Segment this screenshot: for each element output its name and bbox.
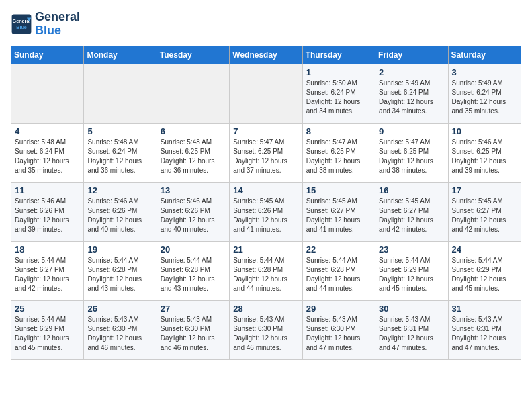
day-number: 8 xyxy=(306,126,371,136)
day-info: Sunrise: 5:43 AM Sunset: 6:31 PM Dayligh… xyxy=(379,315,444,353)
weekday-header-monday: Monday xyxy=(84,46,157,64)
calendar-cell: 17Sunrise: 5:45 AM Sunset: 6:27 PM Dayli… xyxy=(448,182,521,241)
day-info: Sunrise: 5:44 AM Sunset: 6:28 PM Dayligh… xyxy=(233,256,298,293)
day-number: 26 xyxy=(87,304,152,314)
day-number: 7 xyxy=(233,126,298,136)
day-info: Sunrise: 5:48 AM Sunset: 6:24 PM Dayligh… xyxy=(15,138,80,175)
day-number: 16 xyxy=(379,185,444,195)
calendar-cell: 18Sunrise: 5:44 AM Sunset: 6:27 PM Dayli… xyxy=(11,241,84,300)
weekday-header-row: SundayMondayTuesdayWednesdayThursdayFrid… xyxy=(11,46,521,64)
weekday-header-saturday: Saturday xyxy=(448,46,521,64)
day-number: 31 xyxy=(452,304,517,314)
day-info: Sunrise: 5:43 AM Sunset: 6:30 PM Dayligh… xyxy=(306,315,371,353)
day-number: 3 xyxy=(452,67,517,77)
calendar-cell: 6Sunrise: 5:48 AM Sunset: 6:25 PM Daylig… xyxy=(157,123,229,182)
day-info: Sunrise: 5:49 AM Sunset: 6:24 PM Dayligh… xyxy=(452,79,517,116)
day-info: Sunrise: 5:43 AM Sunset: 6:31 PM Dayligh… xyxy=(452,315,517,353)
day-number: 18 xyxy=(15,244,80,255)
day-info: Sunrise: 5:48 AM Sunset: 6:24 PM Dayligh… xyxy=(87,138,152,175)
calendar-cell: 23Sunrise: 5:44 AM Sunset: 6:29 PM Dayli… xyxy=(375,241,448,300)
day-info: Sunrise: 5:43 AM Sunset: 6:30 PM Dayligh… xyxy=(161,315,226,353)
calendar-cell: 27Sunrise: 5:43 AM Sunset: 6:30 PM Dayli… xyxy=(157,300,229,359)
day-number: 23 xyxy=(379,244,444,255)
day-number: 27 xyxy=(161,304,226,314)
day-number: 21 xyxy=(233,244,298,255)
day-number: 2 xyxy=(379,67,444,77)
logo-text-blue: Blue xyxy=(35,24,80,38)
calendar-cell: 29Sunrise: 5:43 AM Sunset: 6:30 PM Dayli… xyxy=(302,300,375,359)
day-number: 30 xyxy=(379,304,444,314)
svg-text:Blue: Blue xyxy=(16,24,27,30)
day-number: 15 xyxy=(306,185,371,195)
calendar-week-row: 4Sunrise: 5:48 AM Sunset: 6:24 PM Daylig… xyxy=(11,123,521,182)
day-info: Sunrise: 5:46 AM Sunset: 6:25 PM Dayligh… xyxy=(452,138,517,175)
day-number: 28 xyxy=(233,304,298,314)
day-number: 10 xyxy=(452,126,517,136)
calendar-cell: 16Sunrise: 5:45 AM Sunset: 6:27 PM Dayli… xyxy=(375,182,448,241)
calendar-week-row: 1Sunrise: 5:50 AM Sunset: 6:24 PM Daylig… xyxy=(11,64,521,123)
calendar-cell: 5Sunrise: 5:48 AM Sunset: 6:24 PM Daylig… xyxy=(84,123,157,182)
day-info: Sunrise: 5:46 AM Sunset: 6:26 PM Dayligh… xyxy=(161,197,226,234)
day-info: Sunrise: 5:47 AM Sunset: 6:25 PM Dayligh… xyxy=(233,138,298,175)
day-info: Sunrise: 5:48 AM Sunset: 6:25 PM Dayligh… xyxy=(161,138,226,175)
day-info: Sunrise: 5:45 AM Sunset: 6:27 PM Dayligh… xyxy=(379,197,444,234)
calendar-cell: 12Sunrise: 5:46 AM Sunset: 6:26 PM Dayli… xyxy=(84,182,157,241)
day-info: Sunrise: 5:47 AM Sunset: 6:25 PM Dayligh… xyxy=(306,138,371,175)
calendar-cell: 2Sunrise: 5:49 AM Sunset: 6:24 PM Daylig… xyxy=(375,64,448,123)
calendar-cell: 15Sunrise: 5:45 AM Sunset: 6:27 PM Dayli… xyxy=(302,182,375,241)
day-number: 13 xyxy=(161,185,226,195)
calendar-cell: 9Sunrise: 5:47 AM Sunset: 6:25 PM Daylig… xyxy=(375,123,448,182)
logo-text-general: General xyxy=(35,11,80,24)
calendar-cell: 4Sunrise: 5:48 AM Sunset: 6:24 PM Daylig… xyxy=(11,123,84,182)
weekday-header-sunday: Sunday xyxy=(11,46,84,64)
day-info: Sunrise: 5:44 AM Sunset: 6:28 PM Dayligh… xyxy=(306,256,371,293)
calendar-cell: 22Sunrise: 5:44 AM Sunset: 6:28 PM Dayli… xyxy=(302,241,375,300)
day-number: 29 xyxy=(306,304,371,314)
day-number: 25 xyxy=(15,304,80,314)
day-info: Sunrise: 5:49 AM Sunset: 6:24 PM Dayligh… xyxy=(379,79,444,116)
calendar-cell: 1Sunrise: 5:50 AM Sunset: 6:24 PM Daylig… xyxy=(302,64,375,123)
weekday-header-thursday: Thursday xyxy=(302,46,375,64)
day-number: 11 xyxy=(15,185,80,195)
day-info: Sunrise: 5:44 AM Sunset: 6:28 PM Dayligh… xyxy=(87,256,152,293)
calendar-cell: 24Sunrise: 5:44 AM Sunset: 6:29 PM Dayli… xyxy=(448,241,521,300)
day-info: Sunrise: 5:47 AM Sunset: 6:25 PM Dayligh… xyxy=(379,138,444,175)
day-number: 12 xyxy=(87,185,152,195)
day-number: 14 xyxy=(233,185,298,195)
calendar-cell: 30Sunrise: 5:43 AM Sunset: 6:31 PM Dayli… xyxy=(375,300,448,359)
day-info: Sunrise: 5:45 AM Sunset: 6:26 PM Dayligh… xyxy=(233,197,298,234)
day-number: 9 xyxy=(379,126,444,136)
calendar-cell: 8Sunrise: 5:47 AM Sunset: 6:25 PM Daylig… xyxy=(302,123,375,182)
day-info: Sunrise: 5:45 AM Sunset: 6:27 PM Dayligh… xyxy=(452,197,517,234)
calendar: SundayMondayTuesdayWednesdayThursdayFrid… xyxy=(11,46,521,360)
logo: General Blue General Blue xyxy=(11,11,80,38)
logo-icon: General Blue xyxy=(11,13,32,35)
calendar-cell: 10Sunrise: 5:46 AM Sunset: 6:25 PM Dayli… xyxy=(448,123,521,182)
calendar-cell: 20Sunrise: 5:44 AM Sunset: 6:28 PM Dayli… xyxy=(157,241,229,300)
day-number: 1 xyxy=(306,67,371,77)
day-number: 24 xyxy=(452,244,517,255)
day-info: Sunrise: 5:44 AM Sunset: 6:27 PM Dayligh… xyxy=(15,256,80,293)
day-info: Sunrise: 5:50 AM Sunset: 6:24 PM Dayligh… xyxy=(306,79,371,116)
day-info: Sunrise: 5:44 AM Sunset: 6:29 PM Dayligh… xyxy=(379,256,444,293)
calendar-week-row: 25Sunrise: 5:44 AM Sunset: 6:29 PM Dayli… xyxy=(11,300,521,359)
day-info: Sunrise: 5:46 AM Sunset: 6:26 PM Dayligh… xyxy=(15,197,80,234)
day-number: 6 xyxy=(161,126,226,136)
header: General Blue General Blue xyxy=(11,11,521,38)
day-number: 20 xyxy=(161,244,226,255)
calendar-cell xyxy=(84,64,157,123)
day-info: Sunrise: 5:43 AM Sunset: 6:30 PM Dayligh… xyxy=(233,315,298,353)
day-number: 19 xyxy=(87,244,152,255)
weekday-header-tuesday: Tuesday xyxy=(157,46,229,64)
day-number: 22 xyxy=(306,244,371,255)
calendar-cell: 19Sunrise: 5:44 AM Sunset: 6:28 PM Dayli… xyxy=(84,241,157,300)
calendar-cell: 3Sunrise: 5:49 AM Sunset: 6:24 PM Daylig… xyxy=(448,64,521,123)
calendar-cell xyxy=(11,64,84,123)
day-info: Sunrise: 5:45 AM Sunset: 6:27 PM Dayligh… xyxy=(306,197,371,234)
day-info: Sunrise: 5:43 AM Sunset: 6:30 PM Dayligh… xyxy=(87,315,152,353)
calendar-cell: 28Sunrise: 5:43 AM Sunset: 6:30 PM Dayli… xyxy=(230,300,302,359)
calendar-week-row: 18Sunrise: 5:44 AM Sunset: 6:27 PM Dayli… xyxy=(11,241,521,300)
calendar-cell: 7Sunrise: 5:47 AM Sunset: 6:25 PM Daylig… xyxy=(230,123,302,182)
calendar-cell: 11Sunrise: 5:46 AM Sunset: 6:26 PM Dayli… xyxy=(11,182,84,241)
calendar-cell: 31Sunrise: 5:43 AM Sunset: 6:31 PM Dayli… xyxy=(448,300,521,359)
